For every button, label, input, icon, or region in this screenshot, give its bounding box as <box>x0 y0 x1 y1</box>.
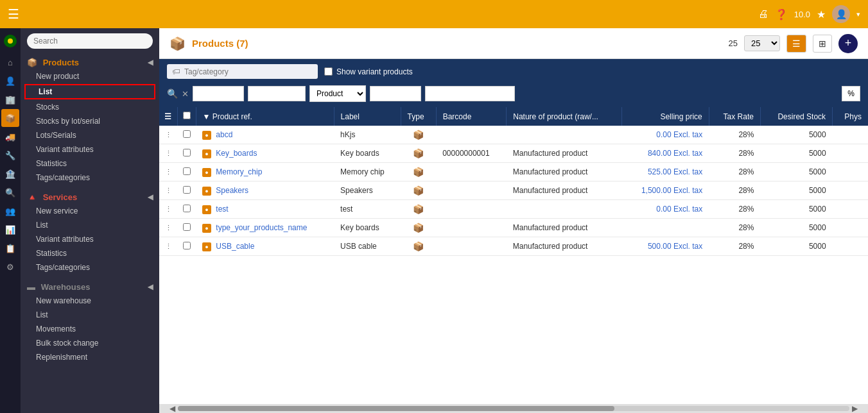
row-checkbox <box>177 181 196 200</box>
row-barcode <box>436 126 507 144</box>
user-dropdown-icon[interactable]: ▾ <box>856 10 860 19</box>
print-icon[interactable]: 🖨 <box>758 8 768 20</box>
sidebar-item-new-product[interactable]: New product <box>21 69 159 83</box>
table-scroll-container[interactable]: ☰ ▼ Product ref. Label Type Ba <box>159 107 868 404</box>
product-ref-link[interactable]: type_your_products_name <box>216 223 307 232</box>
sidebar-item-stack[interactable]: 📋 <box>1 239 19 257</box>
row-ref: ● Speakers <box>196 181 334 200</box>
sidebar: 📦 Products ◀ New product List Stocks Sto… <box>21 28 159 413</box>
row-barcode <box>436 237 507 256</box>
filter-bar: 🏷 Show variant products <box>159 59 868 84</box>
sidebar-item-tags-products[interactable]: Tags/categories <box>21 171 159 185</box>
sidebar-item-search[interactable]: 🔍 <box>1 183 19 201</box>
sidebar-item-tools[interactable]: 🔧 <box>1 146 19 164</box>
row-tax: 28% <box>709 219 760 237</box>
sidebar-item-list-products[interactable]: List <box>24 84 155 99</box>
row-nature <box>507 126 622 144</box>
row-type: 📦 <box>401 181 436 200</box>
sidebar-item-new-service[interactable]: New service <box>21 204 159 218</box>
row-price: 1,500.00 Excl. tax <box>622 181 709 200</box>
type-filter-select[interactable]: Product <box>309 85 366 102</box>
product-ref-link[interactable]: Speakers <box>216 186 248 195</box>
sidebar-item-list-services[interactable]: List <box>21 218 159 232</box>
product-ref-link[interactable]: USB_cable <box>216 242 254 251</box>
product-ref-link[interactable]: test <box>216 205 228 214</box>
show-variant-label[interactable]: Show variant products <box>324 67 413 76</box>
sidebar-item-product-icon[interactable]: 📦 <box>1 109 19 127</box>
add-product-button[interactable]: + <box>838 34 858 53</box>
warehouses-section-header[interactable]: ▬ Warehouses ◀ <box>21 278 159 294</box>
sidebar-item-chart[interactable]: 📊 <box>1 221 19 239</box>
col-desired-stock-header: Desired Stock <box>760 107 832 126</box>
sidebar-item-variant-attributes-products[interactable]: Variant attributes <box>21 142 159 156</box>
search-row: 🔍 ✕ Product % <box>159 84 868 107</box>
sidebar-item-home[interactable]: ⌂ <box>1 53 19 71</box>
sidebar-item-persons[interactable]: 👥 <box>1 202 19 220</box>
page-title: Products (7) <box>192 38 248 49</box>
avatar[interactable]: 👤 <box>832 5 850 23</box>
per-page-select[interactable]: 251050100 <box>744 35 780 51</box>
product-ref-link[interactable]: abcd <box>216 130 232 139</box>
row-checkbox <box>177 144 196 163</box>
barcode-filter-input[interactable] <box>370 86 421 101</box>
product-ref-link[interactable]: Memory_chip <box>216 167 262 176</box>
sidebar-item-stocks[interactable]: Stocks <box>21 100 159 114</box>
clear-search-icon[interactable]: ✕ <box>182 89 189 99</box>
row-actions: ⋮ <box>159 237 177 256</box>
help-icon[interactable]: ❓ <box>775 8 788 21</box>
sidebar-item-list-warehouses[interactable]: List <box>21 308 159 322</box>
nature-filter-input[interactable] <box>425 86 515 101</box>
sidebar-item-lots-serials[interactable]: Lots/Serials <box>21 128 159 142</box>
star-icon[interactable]: ★ <box>817 8 826 21</box>
row-tax: 28% <box>709 144 760 163</box>
product-ref-link[interactable]: Key_boards <box>216 149 257 158</box>
col-ref-header[interactable]: ▼ Product ref. <box>196 107 334 126</box>
sidebar-item-new-warehouse[interactable]: New warehouse <box>21 294 159 308</box>
list-view-button[interactable]: ☰ <box>786 35 806 53</box>
hscroll-thumb <box>178 406 614 411</box>
col-barcode-header: Barcode <box>436 107 507 126</box>
row-label: Key boards <box>334 219 401 237</box>
select-all-checkbox[interactable] <box>183 112 191 119</box>
sidebar-item-variant-attributes-services[interactable]: Variant attributes <box>21 232 159 246</box>
label-filter-input[interactable] <box>248 86 306 101</box>
row-type: 📦 <box>401 219 436 237</box>
row-actions: ⋮ <box>159 181 177 200</box>
sidebar-item-truck[interactable]: 🚚 <box>1 128 19 146</box>
ref-filter-input[interactable] <box>193 86 244 101</box>
percent-button[interactable]: % <box>842 86 860 101</box>
sidebar-item-statistics-products[interactable]: Statistics <box>21 156 159 171</box>
warehouses-icon: ▬ <box>27 282 35 292</box>
sidebar-item-statistics-services[interactable]: Statistics <box>21 246 159 260</box>
scroll-right-icon[interactable]: ▶ <box>852 404 858 413</box>
row-checkbox <box>177 126 196 144</box>
hscroll-track[interactable] <box>178 406 849 411</box>
grid-view-button[interactable]: ⊞ <box>813 35 832 53</box>
table-row: ⋮ ● Memory_chip Memory chip 📦 Manufactur… <box>159 163 868 181</box>
tag-category-input[interactable] <box>184 67 313 76</box>
hamburger-icon[interactable]: ☰ <box>8 6 19 22</box>
products-section-header[interactable]: 📦 Products ◀ <box>21 54 159 69</box>
search-input[interactable] <box>27 33 153 49</box>
scroll-left-icon[interactable]: ◀ <box>169 404 175 413</box>
services-section-header[interactable]: 🔺 Services ◀ <box>21 189 159 204</box>
sidebar-search-container <box>21 28 159 54</box>
sidebar-item-user[interactable]: 👤 <box>1 72 19 90</box>
show-variant-checkbox[interactable] <box>324 67 333 76</box>
sidebar-item-company[interactable]: 🏢 <box>1 90 19 108</box>
sidebar-item-tags-services[interactable]: Tags/categories <box>21 260 159 274</box>
services-section: 🔺 Services ◀ New service List Variant at… <box>21 189 159 274</box>
sidebar-item-bank[interactable]: 🏦 <box>1 165 19 183</box>
row-label: Speakers <box>334 181 401 200</box>
row-barcode <box>436 219 507 237</box>
sidebar-item-bulk-stock-change[interactable]: Bulk stock change <box>21 336 159 350</box>
row-label: USB cable <box>334 237 401 256</box>
sidebar-item-replenishment[interactable]: Replenishment <box>21 350 159 364</box>
search-icon[interactable]: 🔍 <box>167 88 178 99</box>
sidebar-item-movements[interactable]: Movements <box>21 322 159 336</box>
row-checkbox <box>177 200 196 219</box>
sidebar-item-stocks-by-lot[interactable]: Stocks by lot/serial <box>21 114 159 128</box>
sidebar-item-gear[interactable]: ⚙ <box>1 258 19 276</box>
version-label: 10.0 <box>794 10 810 19</box>
content-header: 📦 Products (7) 25 251050100 ☰ ⊞ + <box>159 28 868 59</box>
